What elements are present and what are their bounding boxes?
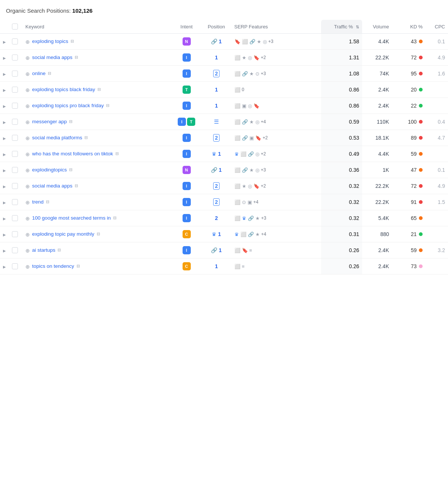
- expand-arrow[interactable]: ▶: [0, 146, 9, 162]
- keyword-link[interactable]: online: [32, 71, 46, 76]
- row-checkbox[interactable]: [9, 226, 22, 242]
- keyword-link[interactable]: exploding topics black friday: [32, 87, 95, 92]
- keyword-link[interactable]: exploding topics: [32, 38, 68, 44]
- intent-badge: T: [187, 118, 195, 126]
- kd-dot: [419, 152, 423, 156]
- keyword-cell: ⊕ online ⊟: [22, 66, 172, 82]
- kd-value: 73: [411, 263, 417, 269]
- keyword-link[interactable]: social media apps: [32, 183, 72, 189]
- keyword-link[interactable]: who has the most followers on tiktok: [32, 151, 113, 156]
- row-checkbox[interactable]: [9, 178, 22, 194]
- kd-dot: [419, 72, 423, 75]
- traffic-cell: 1.08: [321, 66, 362, 82]
- select-all-checkbox[interactable]: [12, 24, 18, 30]
- expand-arrow[interactable]: ▶: [0, 226, 9, 242]
- row-checkbox[interactable]: [9, 194, 22, 210]
- row-checkbox[interactable]: [9, 34, 22, 50]
- keyword-link[interactable]: exploding topic pay monthly: [32, 231, 94, 237]
- add-keyword-icon[interactable]: ⊕: [25, 199, 30, 205]
- add-keyword-icon[interactable]: ⊕: [25, 55, 30, 61]
- expand-arrow[interactable]: ▶: [0, 242, 9, 258]
- add-keyword-icon[interactable]: ⊕: [25, 216, 30, 221]
- expand-arrow[interactable]: ▶: [0, 82, 9, 98]
- keyword-link[interactable]: ai startups: [32, 247, 55, 253]
- add-keyword-icon[interactable]: ⊕: [25, 248, 30, 254]
- cpc-cell: 0.4: [426, 114, 448, 130]
- ext-link-icon: ⊟: [69, 167, 72, 172]
- intent-cell: I: [172, 98, 202, 114]
- cpc-cell: [426, 98, 448, 114]
- intent-badge: C: [183, 262, 191, 270]
- kd-cell: 100: [392, 114, 426, 130]
- intent-header: Intent: [172, 20, 202, 34]
- expand-arrow[interactable]: ▶: [0, 50, 9, 66]
- intent-cell: I: [172, 130, 202, 146]
- add-keyword-icon[interactable]: ⊕: [25, 119, 30, 125]
- row-checkbox[interactable]: [9, 98, 22, 114]
- expand-arrow[interactable]: ▶: [0, 66, 9, 82]
- keyword-link[interactable]: topics on tendency: [32, 263, 74, 269]
- expand-arrow[interactable]: ▶: [0, 258, 9, 275]
- kd-dot: [419, 104, 423, 108]
- row-checkbox[interactable]: [9, 210, 22, 226]
- expand-arrow[interactable]: ▶: [0, 34, 9, 50]
- keyword-link[interactable]: 100 google most searched terms in: [32, 215, 111, 221]
- add-keyword-icon[interactable]: ⊕: [25, 39, 30, 45]
- add-keyword-icon[interactable]: ⊕: [25, 135, 30, 141]
- add-keyword-icon[interactable]: ⊕: [25, 183, 30, 189]
- expand-arrow[interactable]: ▶: [0, 210, 9, 226]
- position-cell: ♛ 1: [202, 146, 231, 162]
- position-cell: 🔗 1: [202, 34, 231, 50]
- keyword-cell: ⊕ who has the most followers on tiktok ⊟: [22, 146, 172, 162]
- keyword-link[interactable]: explodingtopics: [32, 167, 67, 173]
- row-checkbox[interactable]: [9, 130, 22, 146]
- keyword-cell: ⊕ explodingtopics ⊟: [22, 162, 172, 178]
- row-checkbox[interactable]: [9, 66, 22, 82]
- row-checkbox[interactable]: [9, 242, 22, 258]
- ext-link-icon: ⊟: [77, 264, 80, 269]
- add-keyword-icon[interactable]: ⊕: [25, 167, 30, 173]
- expand-arrow[interactable]: ▶: [0, 98, 9, 114]
- row-checkbox[interactable]: [9, 82, 22, 98]
- keyword-link[interactable]: messenger app: [32, 119, 67, 124]
- volume-cell: 880: [362, 226, 392, 242]
- expand-arrow[interactable]: ▶: [0, 162, 9, 178]
- kd-dot: [419, 88, 423, 92]
- keyword-link[interactable]: social media apps: [32, 55, 72, 60]
- traffic-cell: 0.32: [321, 210, 362, 226]
- traffic-header[interactable]: Traffic % ⇅: [321, 20, 362, 34]
- kd-dot: [419, 40, 423, 43]
- intent-cell: I: [172, 50, 202, 66]
- row-checkbox[interactable]: [9, 114, 22, 130]
- kd-cell: 89: [392, 130, 426, 146]
- table-row: ▶ ⊕ exploding topics pro black friday ⊟ …: [0, 98, 448, 114]
- intent-badge: I: [183, 246, 191, 254]
- expand-arrow[interactable]: ▶: [0, 114, 9, 130]
- keyword-link[interactable]: exploding topics pro black friday: [32, 103, 104, 108]
- expand-arrow[interactable]: ▶: [0, 178, 9, 194]
- row-checkbox[interactable]: [9, 146, 22, 162]
- expand-arrow[interactable]: ▶: [0, 130, 9, 146]
- add-keyword-icon[interactable]: ⊕: [25, 87, 30, 93]
- keyword-link[interactable]: social media platforms: [32, 135, 82, 140]
- add-keyword-icon[interactable]: ⊕: [25, 103, 30, 109]
- keyword-cell: ⊕ social media platforms ⊟: [22, 130, 172, 146]
- keyword-cell: ⊕ social media apps ⊟: [22, 50, 172, 66]
- keyword-link[interactable]: trend: [32, 199, 44, 205]
- row-checkbox[interactable]: [9, 50, 22, 66]
- serp-cell: ⬜ ♛ 🔗 ★ +3: [231, 210, 321, 226]
- table-body: ▶ ⊕ exploding topics ⊟ N🔗 1🔖 ⬜ 🔗 ★ ◎ +31…: [0, 34, 448, 275]
- add-keyword-icon[interactable]: ⊕: [25, 71, 30, 77]
- expand-arrow[interactable]: ▶: [0, 194, 9, 210]
- keyword-cell: ⊕ social media apps ⊟: [22, 178, 172, 194]
- add-keyword-icon[interactable]: ⊕: [25, 232, 30, 238]
- kd-value: 20: [411, 87, 417, 93]
- row-checkbox[interactable]: [9, 258, 22, 275]
- add-keyword-icon[interactable]: ⊕: [25, 151, 30, 157]
- table-row: ▶ ⊕ messenger app ⊟ IT☰⬜ 🔗 ★ ◎ +40.59110…: [0, 114, 448, 130]
- kd-cell: 72: [392, 178, 426, 194]
- add-keyword-icon[interactable]: ⊕: [25, 264, 30, 270]
- kd-cell: 59: [392, 146, 426, 162]
- row-checkbox[interactable]: [9, 162, 22, 178]
- intent-badge: N: [183, 166, 191, 174]
